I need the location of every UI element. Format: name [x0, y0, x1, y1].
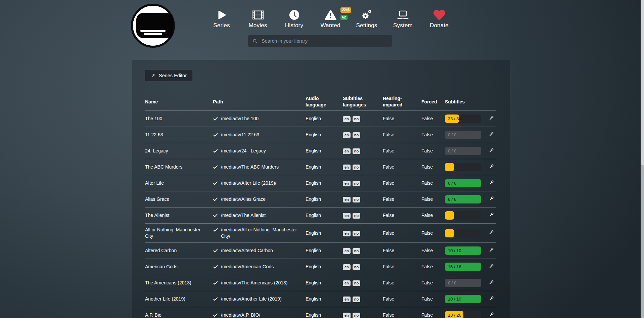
nav-item-movies[interactable]: Movies — [240, 5, 276, 29]
series-name[interactable]: All or Nothing: Manchester City — [145, 227, 213, 239]
path-exists-check-icon — [213, 165, 218, 170]
subtitle-language-badge: no — [353, 264, 360, 270]
series-path-text: /media/tv/11.22.63 — [221, 132, 259, 138]
series-row: After Life/media/tv/After Life (2019)/En… — [145, 175, 496, 191]
content-panel: Series Editor Name Path Audio language S… — [132, 60, 510, 318]
nav-label: System — [393, 22, 413, 29]
audio-language-value: English — [306, 148, 343, 154]
bazarr-logo[interactable] — [131, 4, 175, 48]
edit-series-wrench-icon[interactable] — [489, 263, 494, 269]
page-scrollbar[interactable] — [641, 0, 644, 318]
series-path-text: /media/tv/Another Life (2019) — [221, 296, 282, 302]
series-row: Alias Grace/media/tv/Alias GraceEnglishe… — [145, 191, 496, 208]
series-name[interactable]: Altered Carbon — [145, 247, 213, 254]
warning-triangle-icon — [325, 9, 336, 21]
subtitles-cell: 10 / 10 — [445, 295, 489, 303]
subtitles-progress-bar — [445, 211, 481, 220]
series-name[interactable]: American Gods — [145, 264, 213, 270]
nav-label: Wanted — [320, 22, 340, 29]
nav-icon-box — [217, 5, 227, 21]
forced-value: False — [421, 247, 445, 254]
subtitles-cell — [445, 163, 489, 171]
progress-label: 16 / 16 — [448, 263, 461, 271]
edit-series-wrench-icon[interactable] — [489, 147, 494, 153]
nav-icon-box — [252, 5, 264, 21]
series-name[interactable]: The ABC Murders — [145, 164, 213, 170]
forced-value: False — [421, 164, 445, 170]
forced-value: False — [421, 230, 445, 236]
series-path: /media/tv/11.22.63 — [213, 132, 306, 138]
subtitle-language-badge: en — [343, 181, 351, 186]
subtitles-languages-cell: enno — [343, 280, 383, 286]
scrollbar-thumb[interactable] — [641, 0, 644, 165]
subtitle-language-badge: no — [353, 280, 360, 286]
row-actions — [489, 196, 496, 203]
nav-item-history[interactable]: History — [276, 5, 312, 29]
edit-series-wrench-icon[interactable] — [489, 115, 494, 121]
hearing-impaired-value: False — [383, 280, 421, 286]
subtitles-cell — [445, 229, 489, 237]
series-path-text: /media/tv/Altered Carbon — [221, 247, 273, 254]
progress-fill — [445, 163, 454, 171]
edit-series-wrench-icon[interactable] — [489, 212, 494, 218]
nav-item-settings[interactable]: Settings — [349, 5, 385, 29]
series-path: /media/tv/After Life (2019)/ — [213, 180, 306, 186]
laptop-icon — [396, 9, 410, 21]
nav-item-series[interactable]: Series — [203, 5, 240, 29]
nav-item-donate[interactable]: Donate — [421, 5, 457, 29]
clock-icon — [288, 9, 300, 21]
edit-series-wrench-icon[interactable] — [489, 312, 494, 317]
progress-label: 6 / 6 — [448, 179, 456, 187]
nav-item-system[interactable]: System — [385, 5, 421, 29]
series-name[interactable]: Alias Grace — [145, 196, 213, 202]
edit-series-wrench-icon[interactable] — [489, 180, 494, 185]
series-name[interactable]: The Americans (2013) — [145, 280, 213, 286]
subtitles-languages-cell: enno — [343, 164, 383, 170]
series-editor-button[interactable]: Series Editor — [145, 70, 192, 81]
series-row: The Alienist/media/tv/The AlienistEnglis… — [145, 208, 496, 224]
series-name[interactable]: The Alienist — [145, 212, 213, 219]
edit-series-wrench-icon[interactable] — [489, 164, 494, 169]
row-actions — [489, 229, 496, 237]
series-name[interactable]: 24: Legacy — [145, 148, 213, 154]
subtitle-language-badge: en — [343, 313, 351, 318]
subtitles-progress-bar: 0 / 0 — [445, 147, 481, 155]
nav-item-wanted[interactable]: 224662Wanted — [312, 5, 349, 29]
series-name[interactable]: A.P. Bio — [145, 312, 213, 318]
header-forced: Forced — [421, 99, 445, 105]
edit-series-wrench-icon[interactable] — [489, 131, 494, 137]
subtitle-language-badge: en — [343, 213, 351, 219]
library-search-input[interactable] — [261, 38, 387, 44]
subtitles-cell: 0 / 0 — [445, 131, 489, 139]
progress-label: 0 / 0 — [448, 147, 456, 155]
series-name[interactable]: After Life — [145, 180, 213, 186]
subtitles-cell: 16 / 16 — [445, 263, 489, 271]
series-name[interactable]: 11.22.63 — [145, 132, 213, 138]
edit-series-wrench-icon[interactable] — [489, 229, 494, 235]
series-name[interactable]: Another Life (2019) — [145, 296, 213, 302]
hearing-impaired-value: False — [383, 164, 421, 170]
series-path: /media/tv/All or Nothing- Manchester Cit… — [213, 227, 306, 239]
subtitle-language-badge: en — [343, 165, 351, 170]
edit-series-wrench-icon[interactable] — [489, 296, 494, 301]
edit-series-wrench-icon[interactable] — [489, 196, 494, 201]
progress-label: 6 / 6 — [448, 195, 456, 203]
progress-label: 13 / 26 — [448, 311, 461, 318]
series-row: All or Nothing: Manchester City/media/tv… — [145, 224, 496, 243]
main-nav: SeriesMoviesHistory224662WantedSettingsS… — [203, 5, 457, 29]
series-name[interactable]: The 100 — [145, 116, 213, 122]
edit-series-wrench-icon[interactable] — [489, 279, 494, 285]
subtitles-languages-cell: enno — [343, 264, 383, 270]
edit-series-wrench-icon[interactable] — [489, 247, 494, 253]
path-exists-check-icon — [213, 264, 218, 269]
subtitle-language-badge: no — [353, 248, 360, 254]
hearing-impaired-value: False — [383, 247, 421, 254]
subtitles-progress-bar — [445, 163, 481, 171]
row-actions — [489, 312, 496, 318]
series-row: American Gods/media/tv/American GodsEngl… — [145, 259, 496, 275]
logo-subtitle-line — [144, 33, 162, 35]
subtitles-languages-cell: enno — [343, 180, 383, 186]
subtitle-language-badge: en — [343, 197, 351, 202]
series-path-text: /media/tv/The Alienist — [221, 212, 266, 219]
subtitles-progress-bar: 10 / 10 — [445, 246, 481, 255]
